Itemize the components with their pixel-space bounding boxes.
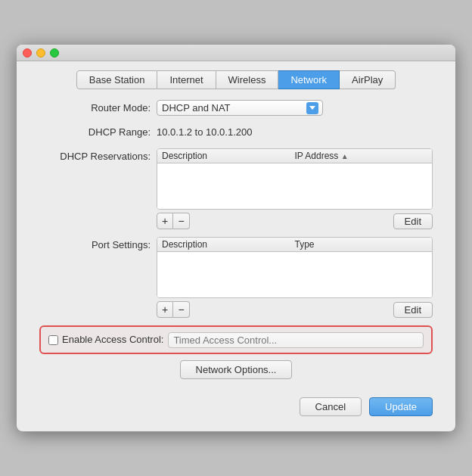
tab-network[interactable]: Network (278, 70, 340, 89)
port-edit-button[interactable]: Edit (393, 302, 433, 318)
timed-access-control-input[interactable] (168, 332, 424, 348)
dhcp-range-label: DHCP Range: (39, 124, 157, 141)
network-options-button[interactable]: Network Options... (180, 360, 293, 379)
dhcp-range-value: 10.0.1.2 to 10.0.1.200 (157, 126, 253, 138)
minimize-button[interactable] (36, 48, 45, 58)
dhcp-col-ip: IP Address ▲ (295, 151, 428, 161)
tabs-bar: Base Station Internet Wireless Network A… (17, 61, 455, 89)
dhcp-table-body (157, 163, 432, 209)
dhcp-reservations-control: Description IP Address ▲ + − Edit (157, 148, 433, 229)
port-add-button[interactable]: + (157, 301, 173, 318)
dhcp-range-control: 10.0.1.2 to 10.0.1.200 (157, 124, 433, 141)
network-options-row: Network Options... (39, 360, 433, 379)
router-mode-control: DHCP and NAT (157, 100, 433, 116)
close-button[interactable] (23, 48, 32, 58)
traffic-lights (23, 48, 59, 58)
main-window: Base Station Internet Wireless Network A… (17, 45, 455, 431)
dhcp-reservations-label: DHCP Reservations: (39, 148, 157, 165)
title-bar (17, 45, 455, 61)
tab-internet[interactable]: Internet (157, 70, 216, 89)
dhcp-edit-button[interactable]: Edit (393, 213, 433, 229)
dhcp-reservations-row: DHCP Reservations: Description IP Addres… (39, 148, 433, 229)
port-col-description: Description (162, 239, 295, 250)
access-control-label-text: Enable Access Control: (62, 331, 163, 348)
dhcp-table: Description IP Address ▲ (157, 148, 433, 210)
dhcp-table-header: Description IP Address ▲ (157, 149, 432, 163)
port-table: Description Type (157, 237, 433, 298)
port-table-body (157, 252, 432, 297)
router-mode-select[interactable]: DHCP and NAT (157, 100, 323, 116)
port-table-actions: + − Edit (157, 301, 433, 318)
port-settings-row: Port Settings: Description Type + − Edit (39, 237, 433, 318)
dhcp-table-actions: + − Edit (157, 213, 433, 229)
tab-wireless[interactable]: Wireless (216, 70, 279, 89)
access-control-label: Enable Access Control: (48, 331, 168, 348)
cancel-button[interactable]: Cancel (300, 397, 362, 416)
content-area: Router Mode: DHCP and NAT DHCP Range: 10… (17, 89, 455, 388)
footer-buttons: Cancel Update (17, 388, 455, 419)
dhcp-range-row: DHCP Range: 10.0.1.2 to 10.0.1.200 (39, 124, 433, 141)
access-control-checkbox[interactable] (48, 335, 58, 345)
tab-airplay[interactable]: AirPlay (340, 70, 396, 89)
port-col-type: Type (295, 239, 428, 250)
dhcp-add-button[interactable]: + (157, 213, 173, 229)
port-table-header: Description Type (157, 238, 432, 252)
router-mode-select-wrapper: DHCP and NAT (157, 100, 323, 116)
maximize-button[interactable] (50, 48, 59, 58)
dhcp-col-description: Description (162, 151, 295, 161)
port-settings-label: Port Settings: (39, 237, 157, 254)
port-remove-button[interactable]: − (173, 301, 190, 318)
tab-base-station[interactable]: Base Station (76, 70, 158, 89)
dhcp-sort-icon: ▲ (341, 152, 349, 160)
update-button[interactable]: Update (369, 397, 433, 416)
port-settings-control: Description Type + − Edit (157, 237, 433, 318)
dhcp-remove-button[interactable]: − (173, 213, 190, 229)
router-mode-label: Router Mode: (39, 100, 157, 117)
router-mode-row: Router Mode: DHCP and NAT (39, 100, 433, 117)
access-control-row: Enable Access Control: (39, 325, 433, 354)
